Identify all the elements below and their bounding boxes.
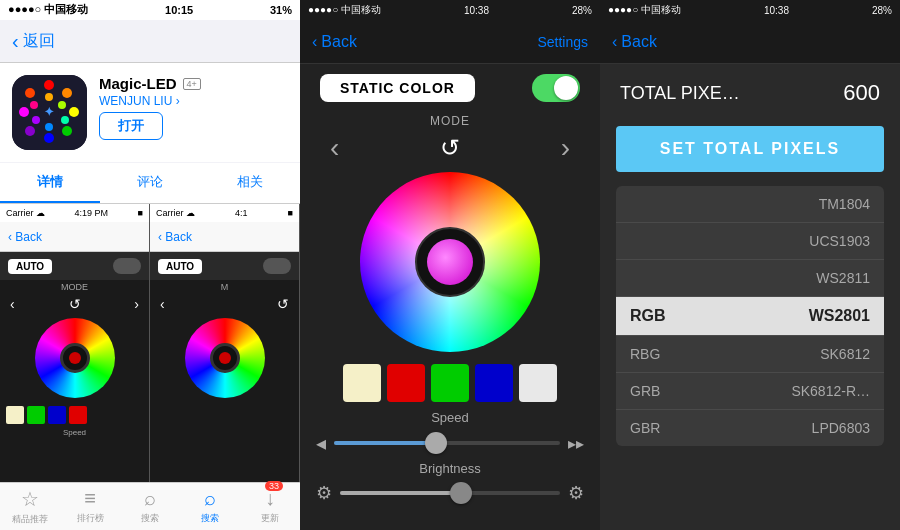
ic-item-right-ws2801: WS2801 (809, 307, 870, 325)
brightness-slider-thumb[interactable] (450, 482, 472, 504)
open-button[interactable]: 打开 (99, 112, 163, 140)
screenshot-2: Carrier ☁ 4:1 ■ ‹ Back AUTO M ‹ ↺ (150, 204, 300, 481)
swatch-cream[interactable] (343, 364, 381, 402)
ic-item-sk6812[interactable]: RBG SK6812 (616, 336, 884, 373)
ss-nav-1: ‹ Back (0, 222, 149, 252)
speed-slider-thumb[interactable] (425, 432, 447, 454)
mode-prev-button[interactable]: ‹ (330, 132, 339, 164)
speed-slider-track[interactable] (334, 441, 560, 445)
battery-3: 28% (872, 5, 892, 16)
svg-text:✦: ✦ (44, 105, 54, 119)
app-icon: ✦ (12, 75, 87, 150)
svg-point-6 (25, 126, 35, 136)
ic-item-ws2801[interactable]: RGB WS2801 (616, 297, 884, 336)
time-2: 10:38 (464, 5, 489, 16)
app-info-section: ✦ Magic-LED 4+ WENJUN LIU › 打开 (0, 63, 300, 162)
signal-3: ●●●●○ 中国移动 (608, 3, 681, 17)
app-developer[interactable]: WENJUN LIU › (99, 94, 288, 108)
app-name: Magic-LED (99, 75, 177, 92)
updates-badge: 33 (265, 481, 283, 491)
static-color-toggle[interactable] (532, 74, 580, 102)
brightness-slider-fill (340, 491, 461, 495)
time-1: 10:15 (165, 4, 193, 16)
nav-bar-1: ‹ 返回 (0, 20, 300, 64)
svg-point-8 (25, 88, 35, 98)
signal-2: ●●●●○ 中国移动 (308, 3, 381, 17)
tab-search[interactable]: ⌕ 搜索 (120, 487, 180, 525)
mode-label: MODE (300, 114, 600, 128)
ss-status-2: Carrier ☁ 4:1 ■ (150, 204, 299, 222)
speed-down-button[interactable]: ◂ (316, 431, 326, 455)
color-control-panel: ●●●●○ 中国移动 10:38 28% ‹ Back Settings STA… (300, 0, 600, 530)
ic-item-sk6812r[interactable]: GRB SK6812-R… (616, 373, 884, 410)
nav-bar-2: ‹ Back Settings (300, 20, 600, 64)
svg-point-2 (62, 88, 72, 98)
swatch-white[interactable] (519, 364, 557, 402)
swatch-red[interactable] (387, 364, 425, 402)
ic-item-lpd6803[interactable]: GBR LPD6803 (616, 410, 884, 446)
back-arrow-2-icon: ‹ (312, 33, 317, 51)
ss-wheel-1 (35, 318, 115, 398)
ic-item-ws2811[interactable]: WS2811 (616, 260, 884, 297)
brightness-slider-track[interactable] (340, 491, 560, 495)
tab-related[interactable]: 相关 (200, 163, 300, 203)
time-3: 10:38 (764, 5, 789, 16)
tab-details[interactable]: 详情 (0, 163, 100, 203)
ss-status-1: Carrier ☁ 4:19 PM ■ (0, 204, 149, 222)
swatch-green[interactable] (431, 364, 469, 402)
mode-rotate-button[interactable]: ↺ (440, 134, 460, 162)
ic-item-label-sk6812: RBG (630, 346, 820, 362)
mode-arrows: ‹ ↺ › (300, 130, 600, 166)
battery-1: 31% (270, 4, 292, 16)
ss-auto-toggle-1: AUTO (0, 252, 149, 280)
back-button-2[interactable]: ‹ Back (312, 33, 357, 51)
nav-bar-3: ‹ Back (600, 20, 900, 64)
svg-point-13 (32, 116, 40, 124)
ic-item-right-ws2811: WS2811 (816, 270, 870, 286)
ic-item-ucs1903[interactable]: UCS1903 (616, 223, 884, 260)
ic-item-right-sk6812r: SK6812-R… (791, 383, 870, 399)
color-wheel[interactable] (360, 172, 540, 352)
tab-featured[interactable]: ☆ 精品推荐 (0, 487, 60, 526)
svg-point-11 (61, 116, 69, 124)
back-arrow-3-icon: ‹ (612, 33, 617, 51)
settings-panel: ●●●●○ 中国移动 10:38 28% ‹ Back TOTAL PIXE… … (600, 0, 900, 530)
set-pixels-button[interactable]: SET TOTAL PIXELS (616, 126, 884, 172)
static-color-bar: STATIC COLOR (300, 64, 600, 112)
swatches-row (300, 358, 600, 408)
ic-type-list: TM1804 UCS1903 WS2811 RGB WS2801 RBG SK6… (616, 186, 884, 446)
tab-updates[interactable]: ↓ 33 更新 (240, 487, 300, 525)
back-button-3[interactable]: ‹ Back (612, 33, 657, 51)
ic-item-tm1804[interactable]: TM1804 (616, 186, 884, 223)
back-arrow-icon: ‹ (12, 30, 19, 53)
tab-reviews[interactable]: 评论 (100, 163, 200, 203)
tab-search-active[interactable]: ⌕ 搜索 (180, 487, 240, 525)
ic-item-right-ucs1903: UCS1903 (809, 233, 870, 249)
svg-point-3 (69, 107, 79, 117)
tab-ranking[interactable]: ≡ 排行榜 (60, 487, 120, 525)
screenshot-1: Carrier ☁ 4:19 PM ■ ‹ Back AUTO MODE ‹ ↺… (0, 204, 150, 481)
swatch-blue[interactable] (475, 364, 513, 402)
static-color-button[interactable]: STATIC COLOR (320, 74, 475, 102)
svg-point-4 (62, 126, 72, 136)
age-badge: 4+ (183, 78, 201, 90)
svg-point-1 (44, 80, 54, 90)
pixels-value: 600 (843, 80, 880, 106)
mode-next-button[interactable]: › (561, 132, 570, 164)
gear-right-icon[interactable]: ⚙ (568, 482, 584, 504)
ic-item-right-lpd6803: LPD6803 (812, 420, 870, 436)
app-icon-svg: ✦ (12, 75, 87, 150)
speed-up-button[interactable]: ▸▸ (568, 434, 584, 453)
appstore-panel: ●●●●○ 中国移动 10:15 31% ‹ 返回 (0, 0, 300, 530)
svg-point-9 (45, 93, 53, 101)
settings-link[interactable]: Settings (537, 34, 588, 50)
status-bar-3: ●●●●○ 中国移动 10:38 28% (600, 0, 900, 20)
gear-left-icon[interactable]: ⚙ (316, 482, 332, 504)
back-button-1[interactable]: ‹ 返回 (12, 30, 55, 53)
ss-wheel-2 (185, 318, 265, 398)
app-details: Magic-LED 4+ WENJUN LIU › 打开 (99, 75, 288, 140)
battery-2: 28% (572, 5, 592, 16)
ic-item-label-lpd6803: GBR (630, 420, 812, 436)
back-label-2: Back (321, 33, 357, 51)
svg-point-14 (30, 101, 38, 109)
